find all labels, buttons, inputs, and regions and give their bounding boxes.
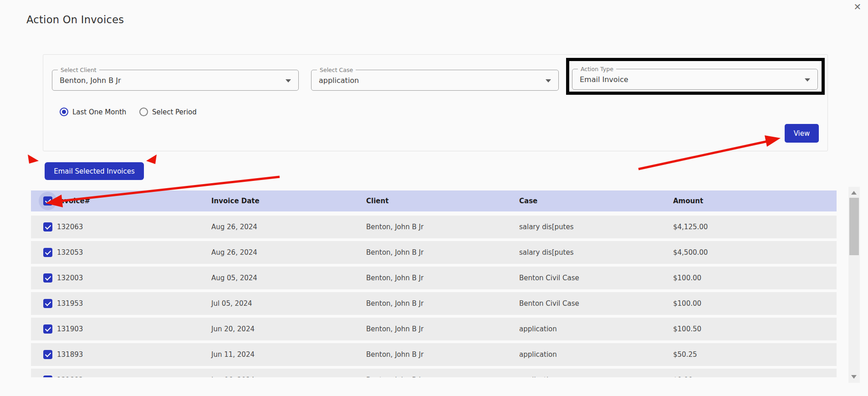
cell-case: Benton Civil Case	[519, 267, 579, 289]
chevron-down-icon	[286, 79, 291, 82]
header-invoice: Invoice#	[57, 190, 90, 211]
table-row: 132063 Aug 26, 2024 Benton, John B Jr sa…	[31, 216, 837, 238]
row-checkbox[interactable]	[43, 324, 52, 334]
row-checkbox[interactable]	[43, 222, 52, 231]
cell-amount: $4,500.00	[673, 241, 708, 264]
cell-amount: $100.00	[673, 267, 701, 289]
radio-group-select-period: Select Period	[139, 108, 197, 116]
vertical-scrollbar[interactable]	[848, 187, 860, 383]
cell-client: Benton, John B Jr	[366, 241, 424, 264]
scrollbar-up-arrow-icon[interactable]	[851, 191, 857, 195]
cell-client: Benton, John B Jr	[366, 369, 424, 377]
cell-invoice-number: 132003	[57, 267, 83, 289]
cell-invoice-number: 131893	[57, 343, 83, 366]
cell-invoice-date: Aug 05, 2024	[211, 267, 257, 289]
cell-invoice-date: Aug 26, 2024	[211, 241, 257, 264]
cell-case: salary dis[putes	[519, 216, 574, 238]
cell-invoice-number: 131903	[57, 318, 83, 340]
cell-case: application	[519, 343, 557, 366]
cell-case: application	[519, 318, 557, 340]
select-case-value: application	[319, 70, 359, 90]
radio-group-last-one-month: Last One Month	[60, 108, 126, 116]
radio-select-period-label: Select Period	[152, 108, 197, 116]
cell-client: Benton, John B Jr	[366, 267, 424, 289]
chevron-down-icon	[805, 78, 810, 82]
cell-client: Benton, John B Jr	[366, 343, 424, 366]
cell-amount: $100.00	[673, 292, 701, 315]
cell-invoice-number: 132063	[57, 216, 83, 238]
row-checkbox[interactable]	[43, 375, 52, 377]
table-row: 132003 Aug 05, 2024 Benton, John B Jr Be…	[31, 267, 837, 289]
action-type-dropdown[interactable]: Action Type Email Invoice	[572, 69, 818, 90]
view-button[interactable]: View	[785, 124, 819, 143]
table-body: 132063 Aug 26, 2024 Benton, John B Jr sa…	[31, 216, 837, 377]
table-row: 131953 Jul 05, 2024 Benton, John B Jr Be…	[31, 292, 837, 315]
invoices-table: Invoice# Invoice Date Client Case Amount…	[31, 190, 837, 377]
table-header-row: Invoice# Invoice Date Client Case Amount	[31, 190, 837, 211]
cell-client: Benton, John B Jr	[366, 292, 424, 315]
radio-last-one-month[interactable]	[60, 108, 68, 116]
action-type-value: Email Invoice	[580, 69, 628, 89]
select-client-dropdown[interactable]: Select Client Benton, John B Jr	[52, 70, 299, 91]
chevron-down-icon	[546, 79, 551, 82]
table-row: 131883 Jun 06, 2024 Benton, John B Jr ap…	[31, 369, 837, 377]
header-amount: Amount	[673, 190, 703, 211]
cell-client: Benton, John B Jr	[366, 318, 424, 340]
cell-amount: $100.50	[673, 318, 701, 340]
page-title: Action On Invoices	[26, 14, 124, 26]
scrollbar-thumb[interactable]	[849, 198, 859, 255]
scrollbar-down-arrow-icon[interactable]	[851, 375, 857, 379]
cell-invoice-date: Aug 26, 2024	[211, 216, 257, 238]
row-checkbox[interactable]	[43, 273, 52, 283]
row-checkbox[interactable]	[43, 248, 52, 257]
radio-last-one-month-label: Last One Month	[72, 108, 126, 116]
row-checkbox[interactable]	[43, 350, 52, 359]
table-row: 131893 Jun 11, 2024 Benton, John B Jr ap…	[31, 343, 837, 366]
cell-invoice-number: 131883	[57, 369, 83, 377]
cell-amount: $0.00	[673, 369, 693, 377]
cell-client: Benton, John B Jr	[366, 216, 424, 238]
annotation-arrowhead-right	[146, 154, 157, 164]
action-on-invoices-modal: ✕ Action On Invoices Select Client Bento…	[0, 0, 868, 396]
select-client-value: Benton, John B Jr	[60, 70, 121, 90]
cell-case: application	[519, 369, 557, 377]
cell-invoice-date: Jun 20, 2024	[211, 318, 255, 340]
cell-invoice-number: 132053	[57, 241, 83, 264]
annotation-arrowhead-left	[28, 154, 39, 164]
cell-invoice-number: 131953	[57, 292, 83, 315]
select-case-dropdown[interactable]: Select Case application	[311, 70, 559, 91]
header-case: Case	[519, 190, 537, 211]
header-client: Client	[366, 190, 388, 211]
select-all-checkbox[interactable]	[43, 196, 52, 206]
cell-amount: $50.25	[673, 343, 697, 366]
cell-case: Benton Civil Case	[519, 292, 579, 315]
header-invoice-date: Invoice Date	[211, 190, 260, 211]
cell-invoice-date: Jun 06, 2024	[211, 369, 255, 377]
cell-case: salary dis[putes	[519, 241, 574, 264]
email-selected-invoices-button[interactable]: Email Selected Invoices	[45, 162, 144, 180]
cell-amount: $4,125.00	[673, 216, 708, 238]
radio-select-period[interactable]	[139, 108, 148, 116]
table-row: 132053 Aug 26, 2024 Benton, John B Jr sa…	[31, 241, 837, 264]
cell-invoice-date: Jul 05, 2024	[211, 292, 252, 315]
cell-invoice-date: Jun 11, 2024	[211, 343, 255, 366]
close-icon[interactable]: ✕	[852, 1, 863, 12]
table-row: 131903 Jun 20, 2024 Benton, John B Jr ap…	[31, 318, 837, 340]
row-checkbox[interactable]	[43, 299, 52, 308]
